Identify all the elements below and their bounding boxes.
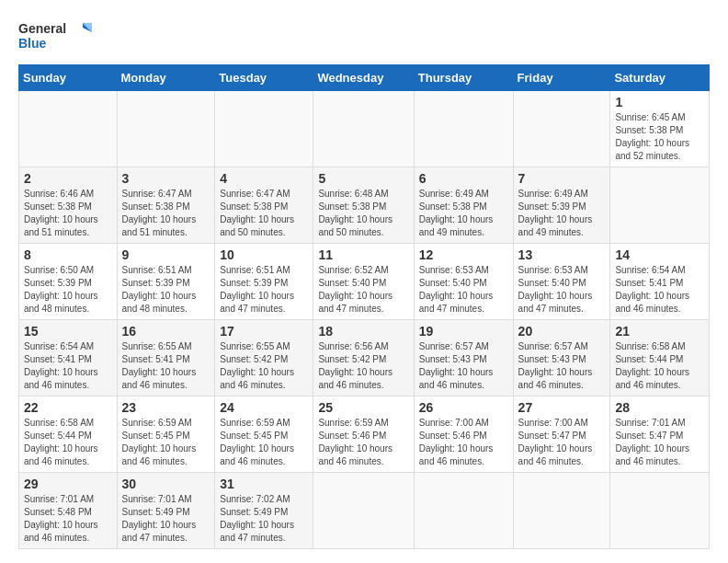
calendar-cell bbox=[414, 91, 513, 167]
day-number: 8 bbox=[24, 247, 112, 262]
calendar-cell: 8Sunrise: 6:50 AMSunset: 5:39 PMDaylight… bbox=[19, 244, 118, 320]
calendar-cell: 13Sunrise: 6:53 AMSunset: 5:40 PMDayligh… bbox=[513, 244, 610, 320]
day-info: Sunrise: 6:52 AMSunset: 5:40 PMDaylight:… bbox=[318, 264, 408, 316]
day-info: Sunrise: 6:59 AMSunset: 5:45 PMDaylight:… bbox=[220, 417, 308, 468]
week-row-6: 29Sunrise: 7:01 AMSunset: 5:48 PMDayligh… bbox=[19, 473, 710, 549]
day-info: Sunrise: 6:51 AMSunset: 5:39 PMDaylight:… bbox=[220, 264, 308, 316]
calendar-cell: 14Sunrise: 6:54 AMSunset: 5:41 PMDayligh… bbox=[610, 244, 710, 320]
day-number: 11 bbox=[318, 247, 408, 262]
header-day-saturday: Saturday bbox=[610, 65, 710, 91]
day-number: 2 bbox=[24, 171, 112, 186]
calendar-cell: 5Sunrise: 6:48 AMSunset: 5:38 PMDaylight… bbox=[313, 167, 414, 244]
calendar-cell: 19Sunrise: 6:57 AMSunset: 5:43 PMDayligh… bbox=[414, 320, 513, 396]
calendar-cell: 1Sunrise: 6:45 AMSunset: 5:38 PMDaylight… bbox=[610, 91, 710, 167]
calendar-cell bbox=[513, 473, 610, 549]
calendar-cell: 28Sunrise: 7:01 AMSunset: 5:47 PMDayligh… bbox=[610, 396, 710, 473]
day-number: 18 bbox=[318, 324, 408, 339]
day-info: Sunrise: 6:48 AMSunset: 5:38 PMDaylight:… bbox=[318, 188, 408, 239]
calendar-cell bbox=[313, 91, 414, 167]
svg-text:Blue: Blue bbox=[18, 36, 47, 51]
day-number: 20 bbox=[518, 324, 606, 339]
calendar-cell: 15Sunrise: 6:54 AMSunset: 5:41 PMDayligh… bbox=[19, 320, 118, 396]
header-day-wednesday: Wednesday bbox=[313, 65, 414, 91]
calendar-cell: 16Sunrise: 6:55 AMSunset: 5:41 PMDayligh… bbox=[117, 320, 215, 396]
day-number: 24 bbox=[220, 400, 308, 415]
day-number: 23 bbox=[122, 400, 210, 415]
day-info: Sunrise: 6:59 AMSunset: 5:45 PMDaylight:… bbox=[122, 417, 210, 468]
day-number: 28 bbox=[615, 400, 704, 415]
calendar-cell: 21Sunrise: 6:58 AMSunset: 5:44 PMDayligh… bbox=[610, 320, 710, 396]
calendar-cell: 2Sunrise: 6:46 AMSunset: 5:38 PMDaylight… bbox=[19, 167, 118, 244]
calendar-cell: 11Sunrise: 6:52 AMSunset: 5:40 PMDayligh… bbox=[313, 244, 414, 320]
calendar-cell: 4Sunrise: 6:47 AMSunset: 5:38 PMDaylight… bbox=[215, 167, 313, 244]
header-day-thursday: Thursday bbox=[414, 65, 513, 91]
day-info: Sunrise: 6:56 AMSunset: 5:42 PMDaylight:… bbox=[318, 340, 408, 392]
calendar-cell: 27Sunrise: 7:00 AMSunset: 5:47 PMDayligh… bbox=[513, 396, 610, 473]
day-info: Sunrise: 6:54 AMSunset: 5:41 PMDaylight:… bbox=[615, 264, 704, 316]
calendar-cell: 24Sunrise: 6:59 AMSunset: 5:45 PMDayligh… bbox=[215, 396, 313, 473]
day-number: 13 bbox=[518, 247, 606, 262]
day-number: 14 bbox=[615, 247, 704, 262]
day-info: Sunrise: 6:58 AMSunset: 5:44 PMDaylight:… bbox=[24, 417, 112, 468]
day-number: 21 bbox=[615, 324, 704, 339]
day-info: Sunrise: 6:47 AMSunset: 5:38 PMDaylight:… bbox=[220, 188, 308, 239]
day-info: Sunrise: 6:49 AMSunset: 5:39 PMDaylight:… bbox=[518, 188, 606, 239]
day-info: Sunrise: 7:01 AMSunset: 5:49 PMDaylight:… bbox=[122, 493, 210, 545]
week-row-3: 8Sunrise: 6:50 AMSunset: 5:39 PMDaylight… bbox=[19, 244, 710, 320]
calendar-cell: 26Sunrise: 7:00 AMSunset: 5:46 PMDayligh… bbox=[414, 396, 513, 473]
calendar-cell: 7Sunrise: 6:49 AMSunset: 5:39 PMDaylight… bbox=[513, 167, 610, 244]
header: General Blue bbox=[18, 18, 710, 55]
calendar-cell bbox=[215, 91, 313, 167]
day-info: Sunrise: 6:57 AMSunset: 5:43 PMDaylight:… bbox=[419, 340, 508, 392]
day-info: Sunrise: 6:55 AMSunset: 5:41 PMDaylight:… bbox=[122, 340, 210, 392]
calendar-cell: 20Sunrise: 6:57 AMSunset: 5:43 PMDayligh… bbox=[513, 320, 610, 396]
day-number: 22 bbox=[24, 400, 112, 415]
week-row-5: 22Sunrise: 6:58 AMSunset: 5:44 PMDayligh… bbox=[19, 396, 710, 473]
calendar-cell bbox=[19, 91, 118, 167]
week-row-1: 1Sunrise: 6:45 AMSunset: 5:38 PMDaylight… bbox=[19, 91, 710, 167]
week-row-2: 2Sunrise: 6:46 AMSunset: 5:38 PMDaylight… bbox=[19, 167, 710, 244]
day-info: Sunrise: 7:00 AMSunset: 5:46 PMDaylight:… bbox=[419, 417, 508, 468]
calendar-table: SundayMondayTuesdayWednesdayThursdayFrid… bbox=[18, 64, 710, 549]
day-number: 27 bbox=[518, 400, 606, 415]
calendar-cell: 18Sunrise: 6:56 AMSunset: 5:42 PMDayligh… bbox=[313, 320, 414, 396]
day-info: Sunrise: 6:49 AMSunset: 5:38 PMDaylight:… bbox=[419, 188, 508, 239]
day-info: Sunrise: 6:47 AMSunset: 5:38 PMDaylight:… bbox=[122, 188, 210, 239]
day-info: Sunrise: 6:53 AMSunset: 5:40 PMDaylight:… bbox=[419, 264, 508, 316]
day-info: Sunrise: 6:55 AMSunset: 5:42 PMDaylight:… bbox=[220, 340, 308, 392]
day-number: 12 bbox=[419, 247, 508, 262]
calendar-cell bbox=[313, 473, 414, 549]
day-number: 1 bbox=[615, 95, 704, 109]
day-number: 19 bbox=[419, 324, 508, 339]
logo: General Blue bbox=[18, 18, 92, 55]
day-number: 17 bbox=[220, 324, 308, 339]
day-number: 31 bbox=[220, 477, 308, 491]
calendar-cell: 25Sunrise: 6:59 AMSunset: 5:46 PMDayligh… bbox=[313, 396, 414, 473]
day-number: 26 bbox=[419, 400, 508, 415]
day-number: 7 bbox=[518, 171, 606, 186]
day-number: 30 bbox=[122, 477, 210, 491]
day-info: Sunrise: 7:01 AMSunset: 5:48 PMDaylight:… bbox=[24, 493, 112, 545]
calendar-cell: 31Sunrise: 7:02 AMSunset: 5:49 PMDayligh… bbox=[215, 473, 313, 549]
day-info: Sunrise: 6:50 AMSunset: 5:39 PMDaylight:… bbox=[24, 264, 112, 316]
day-number: 3 bbox=[122, 171, 210, 186]
calendar-cell: 12Sunrise: 6:53 AMSunset: 5:40 PMDayligh… bbox=[414, 244, 513, 320]
header-day-sunday: Sunday bbox=[19, 65, 118, 91]
header-day-friday: Friday bbox=[513, 65, 610, 91]
day-info: Sunrise: 6:53 AMSunset: 5:40 PMDaylight:… bbox=[518, 264, 606, 316]
day-number: 16 bbox=[122, 324, 210, 339]
header-row: SundayMondayTuesdayWednesdayThursdayFrid… bbox=[19, 65, 710, 91]
day-number: 6 bbox=[419, 171, 508, 186]
logo-svg: General Blue bbox=[18, 18, 92, 55]
calendar-cell: 22Sunrise: 6:58 AMSunset: 5:44 PMDayligh… bbox=[19, 396, 118, 473]
calendar-cell: 9Sunrise: 6:51 AMSunset: 5:39 PMDaylight… bbox=[117, 244, 215, 320]
day-info: Sunrise: 6:54 AMSunset: 5:41 PMDaylight:… bbox=[24, 340, 112, 392]
calendar-cell bbox=[610, 473, 710, 549]
day-info: Sunrise: 7:01 AMSunset: 5:47 PMDaylight:… bbox=[615, 417, 704, 468]
day-number: 29 bbox=[24, 477, 112, 491]
day-number: 5 bbox=[318, 171, 408, 186]
calendar-cell: 17Sunrise: 6:55 AMSunset: 5:42 PMDayligh… bbox=[215, 320, 313, 396]
day-info: Sunrise: 6:59 AMSunset: 5:46 PMDaylight:… bbox=[318, 417, 408, 468]
day-info: Sunrise: 6:46 AMSunset: 5:38 PMDaylight:… bbox=[24, 188, 112, 239]
day-info: Sunrise: 6:51 AMSunset: 5:39 PMDaylight:… bbox=[122, 264, 210, 316]
